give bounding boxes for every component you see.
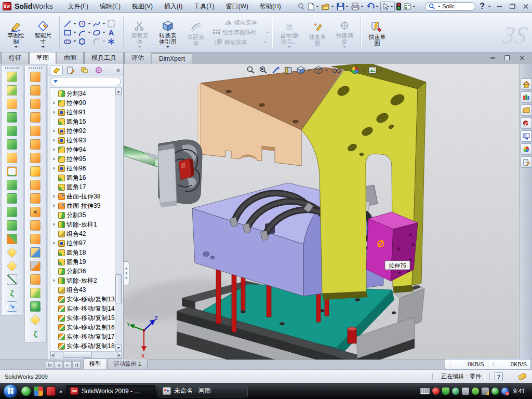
trim-surface-icon[interactable] <box>30 99 41 109</box>
volume-icon[interactable] <box>462 388 469 395</box>
ribbon-tab-曲面[interactable]: 曲面 <box>57 52 84 64</box>
ellipse-tool[interactable] <box>91 29 106 37</box>
featuremanager-tab[interactable] <box>50 65 63 75</box>
sync-icon[interactable] <box>472 388 479 395</box>
solidworks-search-tab[interactable] <box>521 117 532 129</box>
ribbon-tab-模具工具[interactable]: 模具工具 <box>84 52 124 64</box>
close-button[interactable] <box>521 3 529 10</box>
scroll-left-arrow[interactable] <box>50 352 55 358</box>
bodies-2-icon[interactable] <box>7 193 17 204</box>
toolbar-grip[interactable] <box>5 67 20 69</box>
tree-item[interactable]: 实体-移动/复制18 <box>51 341 115 351</box>
rectangle-tool[interactable] <box>62 29 77 37</box>
apply-scene-icon[interactable] <box>368 65 382 75</box>
instant3d-icon[interactable] <box>7 301 17 312</box>
save-button[interactable] <box>336 2 350 11</box>
tree-horizontal-scrollbar[interactable] <box>50 352 122 358</box>
tree-item[interactable]: 实体-移动/复制17 <box>51 332 115 341</box>
tree-item[interactable]: 分割36 <box>51 267 115 276</box>
solidworks-resources-tab[interactable] <box>521 78 532 90</box>
tree-item[interactable]: 拉伸91 <box>51 108 115 117</box>
health-shield-icon[interactable] <box>491 388 499 395</box>
sketch-button[interactable]: 草图绘 制 <box>3 17 30 48</box>
polygon-tool[interactable] <box>77 37 91 46</box>
tree-vertical-scrollbar[interactable] <box>115 88 122 351</box>
update-icon[interactable] <box>452 388 459 395</box>
ribbon-tab-DimXpert[interactable]: DimXpert <box>152 54 192 64</box>
menu-item[interactable]: 视图(V) <box>126 1 158 12</box>
menu-item[interactable]: 窗口(W) <box>220 1 254 12</box>
appearances-scenes-tab[interactable] <box>521 143 532 155</box>
scale-1-icon[interactable] <box>7 247 17 258</box>
expand-arrow-icon[interactable] <box>52 110 57 115</box>
expand-arrow-icon[interactable] <box>52 101 57 105</box>
antivirus-shield-icon[interactable] <box>442 388 449 395</box>
tree-item[interactable]: 圆角17 <box>51 182 115 192</box>
propertymanager-tab[interactable] <box>64 65 77 75</box>
design-library-tab[interactable] <box>521 91 532 103</box>
prev-tab-button[interactable] <box>55 361 63 369</box>
mid-surface-icon[interactable] <box>30 234 41 244</box>
tree-item[interactable]: 拉伸93 <box>51 136 115 145</box>
expand-arrow-icon[interactable] <box>52 194 57 199</box>
help-dropdown[interactable] <box>488 6 491 7</box>
ribbon-tab-草图[interactable]: 草图 <box>29 52 56 64</box>
repair-sketch-button[interactable]: + 修复草 图 <box>304 19 331 47</box>
messenger-busy-icon[interactable] <box>501 388 509 395</box>
network-warning-icon[interactable] <box>482 388 489 395</box>
planar-surface-icon[interactable] <box>30 139 41 150</box>
tree-item[interactable]: 分割35 <box>51 210 115 220</box>
expand-arrow-icon[interactable] <box>52 148 57 152</box>
sketch-text-tool[interactable]: A <box>106 29 121 37</box>
configurationmanager-tab[interactable] <box>78 65 91 75</box>
expand-arrow-icon[interactable] <box>52 204 57 208</box>
offset-surface-icon[interactable] <box>30 153 41 163</box>
scroll-thumb[interactable] <box>115 274 122 303</box>
tree-item[interactable]: 曲面-拉伸38 <box>51 192 115 201</box>
move-bodies-icon[interactable] <box>7 234 17 244</box>
arc-tool[interactable] <box>77 29 91 37</box>
menu-item[interactable]: 插入(I) <box>158 1 188 12</box>
dimxpertmanager-tab[interactable] <box>92 65 105 75</box>
tree-item[interactable]: 圆角15 <box>51 117 115 126</box>
expand-arrow-icon[interactable] <box>52 241 57 246</box>
smart-dimension-button[interactable]: 智能尺 寸 <box>30 17 57 48</box>
tree-item[interactable]: 拉伸96 <box>51 164 115 173</box>
tree-item[interactable]: 切除-放样1 <box>51 220 115 229</box>
menu-item[interactable]: 编辑(E) <box>94 1 126 12</box>
3d-model-canvas[interactable]: Y Z X 拉伸75 <box>124 64 518 360</box>
doc-tab-运动算例 1[interactable]: 运动算例 1 <box>108 358 148 369</box>
toolbar-grip[interactable] <box>29 67 43 69</box>
insert-folders-icon[interactable] <box>7 72 17 82</box>
freeform-icon[interactable] <box>30 328 41 339</box>
tree-item[interactable]: 拉伸90 <box>51 98 115 108</box>
offset-entities-button[interactable]: 等距实 体 <box>182 19 209 47</box>
menu-item[interactable]: 帮助(H) <box>254 1 287 12</box>
flatten-surface-icon[interactable] <box>30 261 41 271</box>
tree-item[interactable]: 拉伸97 <box>51 238 115 248</box>
next-tab-button[interactable] <box>63 361 72 369</box>
security-alert-icon[interactable] <box>432 388 440 395</box>
doc-restore-button[interactable] <box>503 54 511 61</box>
convert-entities-button[interactable]: 转换实 体引用 <box>153 17 182 48</box>
quick-snaps-button[interactable]: 快速捕 捉 <box>331 17 358 48</box>
tree-item[interactable]: 组合42 <box>51 229 115 238</box>
core-icon[interactable] <box>7 112 17 123</box>
pattern-dots-icon[interactable] <box>7 166 17 177</box>
edit-appearance-icon[interactable] <box>350 65 365 75</box>
hscroll-thumb[interactable] <box>63 352 92 358</box>
expand-arrow-icon[interactable] <box>52 129 57 134</box>
help-button[interactable]: ? <box>478 1 486 11</box>
expand-arrow-icon[interactable] <box>52 278 57 283</box>
scroll-down-arrow[interactable] <box>115 344 122 351</box>
circle-tool[interactable] <box>77 20 91 28</box>
graphics-viewport[interactable]: Y Z X 拉伸75 <box>124 64 520 360</box>
expand-arrow-icon[interactable] <box>52 157 57 162</box>
display-delete-relations-button[interactable]: 6b 显示/删 除几... <box>275 17 304 48</box>
file-explorer-tab[interactable] <box>521 104 532 116</box>
panel-collapse-handle[interactable] <box>124 261 129 285</box>
tree-item[interactable]: 组合43 <box>51 285 115 295</box>
tree-item[interactable]: 分割34 <box>51 89 115 98</box>
move-surface-icon[interactable] <box>30 247 41 258</box>
tree-item[interactable]: 拉伸92 <box>51 126 115 136</box>
